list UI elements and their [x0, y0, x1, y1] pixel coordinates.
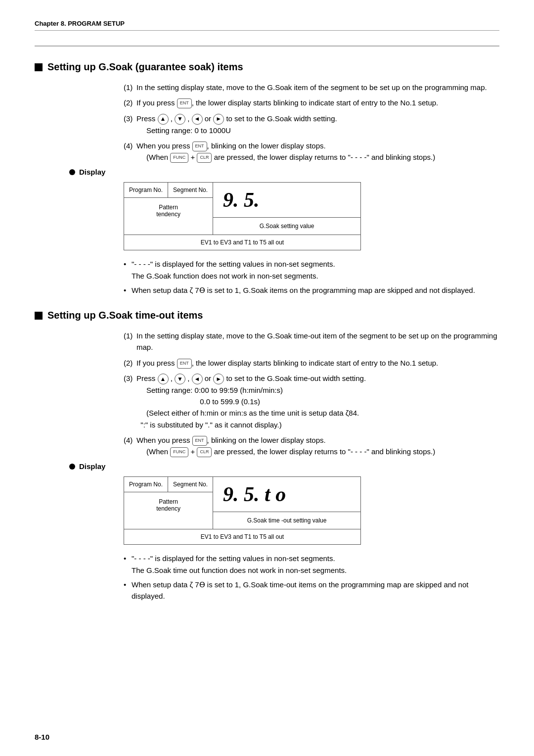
display-label-2: Display — [69, 462, 499, 471]
arrow-right-1: ► — [213, 114, 224, 125]
pattern-tendency-2: Patterntendency — [124, 492, 213, 518]
func-key-1: FUNC — [170, 153, 188, 163]
display-number-1: 9. 5. — [213, 183, 360, 217]
section-1-content: (1) In the setting display state, move t… — [124, 82, 499, 163]
prog-no-1: Program No. — [124, 183, 168, 197]
display-label-text-1: Display — [79, 168, 105, 176]
ent-key-4: ENT — [192, 436, 207, 446]
item-1-4: (4) When you press ENT, blinking on the … — [124, 140, 499, 163]
arrow-left-1: ◄ — [192, 114, 203, 125]
top-rule — [35, 46, 499, 47]
bullet-2-2: When setup data ζ 7ϴ is set to 1, G.Soak… — [124, 579, 499, 602]
item-2-4-sub: (When FUNC + CLR are pressed, the lower … — [146, 447, 435, 456]
display-label-text-2: Display — [79, 462, 105, 471]
display-box-2-bottom: EV1 to EV3 and T1 to T5 all out — [124, 529, 360, 544]
item-1-4-text: When you press ENT, blinking on the lowe… — [136, 140, 499, 163]
seg-no-2: Segment No. — [168, 477, 213, 492]
bullet-2-2-text: When setup data ζ 7ϴ is set to 1, G.Soak… — [132, 580, 468, 600]
bullet-1-1-text: "- - - -" is displayed for the setting v… — [132, 260, 335, 280]
page-container: Chapter 8. PROGRAM SETUP Setting up G.So… — [0, 0, 534, 756]
item-1-4-num: (4) — [124, 140, 134, 163]
item-2-4-num: (4) — [124, 434, 134, 458]
item-2-3-sub2: 0.0 to 599.9 (0.1s) — [146, 397, 260, 406]
item-1-1-text: In the setting display state, move to th… — [136, 82, 499, 93]
dot-1 — [69, 169, 75, 175]
display-box-1-left: Program No. Segment No. Patterntendency — [124, 183, 213, 235]
dot-2 — [69, 464, 75, 470]
prog-no-2: Program No. — [124, 477, 168, 492]
black-square-1 — [35, 63, 43, 71]
item-1-3-text: Press ▲ , ▼ , ◄ or ► to set to the G.Soa… — [136, 113, 499, 136]
arrow-up-1: ▲ — [158, 114, 169, 125]
section-title-1: Setting up G.Soak (guarantee soak) items — [35, 61, 499, 73]
item-1-1: (1) In the setting display state, move t… — [124, 82, 499, 93]
item-1-2-num: (2) — [124, 97, 134, 108]
display-box-2-right: 9. 5. t o G.Soak time -out setting value — [213, 477, 360, 529]
item-2-1-num: (1) — [124, 330, 134, 353]
display-box-2-top: Program No. Segment No. Patterntendency … — [124, 477, 360, 529]
item-2-1: (1) In the setting display state, move t… — [124, 330, 499, 353]
section-2-content: (1) In the setting display state, move t… — [124, 330, 499, 457]
item-2-2-num: (2) — [124, 357, 134, 369]
bullet-1-1-sub: The G.Soak function does not work in non… — [132, 272, 318, 280]
item-2-3-text: Press ▲ , ▼ , ◄ or ► to set to the G.Soa… — [136, 373, 499, 430]
section-gsoak-guarantee: Setting up G.Soak (guarantee soak) items… — [35, 61, 499, 296]
display-box-2-left-top: Program No. Segment No. — [124, 477, 213, 492]
section-gsoak-timeout: Setting up G.Soak time-out items (1) In … — [35, 310, 499, 602]
display-box-2-left: Program No. Segment No. Patterntendency — [124, 477, 213, 529]
item-1-3-sub: Setting range: 0 to 1000U — [146, 126, 231, 135]
display-value-label-1: G.Soak setting value — [213, 217, 360, 235]
section-title-text-1: Setting up G.Soak (guarantee soak) items — [47, 61, 243, 73]
item-1-1-num: (1) — [124, 82, 134, 93]
display-box-1-left-top: Program No. Segment No. — [124, 183, 213, 198]
black-square-2 — [35, 312, 43, 320]
func-key-2: FUNC — [170, 447, 188, 457]
item-2-4: (4) When you press ENT, blinking on the … — [124, 434, 499, 458]
bullet-1-2: When setup data ζ 7ϴ is set to 1, G.Soak… — [124, 284, 499, 296]
bullet-2-1-sub: The G.Soak time out function does not wo… — [132, 566, 347, 574]
arrow-down-1: ▼ — [175, 114, 185, 125]
item-1-3-num: (3) — [124, 113, 134, 136]
arrow-right-2: ► — [213, 374, 224, 384]
item-1-2: (2) If you press ENT, the lower display … — [124, 97, 499, 108]
clr-key-2: CLR — [197, 447, 212, 457]
chapter-header: Chapter 8. PROGRAM SETUP — [35, 20, 499, 31]
bullet-2-1-text: "- - - -" is displayed for the setting v… — [132, 554, 347, 574]
page-number: 8-10 — [35, 733, 49, 741]
display-box-1-right: 9. 5. G.Soak setting value — [213, 183, 360, 235]
item-2-3: (3) Press ▲ , ▼ , ◄ or ► to set to the G… — [124, 373, 499, 430]
item-2-3-extra: (Select either of h:min or min:s as the … — [136, 409, 359, 428]
item-2-2-text: If you press ENT, the lower display star… — [136, 357, 499, 369]
arrow-left-2: ◄ — [192, 374, 203, 384]
pattern-tendency-1: Patterntendency — [124, 198, 213, 224]
bullet-2-1: "- - - -" is displayed for the setting v… — [124, 553, 499, 576]
section-title-2: Setting up G.Soak time-out items — [35, 310, 499, 321]
display-label-1: Display — [69, 168, 499, 176]
display-box-1: Program No. Segment No. Patterntendency … — [124, 182, 361, 250]
item-2-3-sub1: Setting range: 0:00 to 99:59 (h:min/min:… — [146, 386, 283, 394]
item-1-3: (3) Press ▲ , ▼ , ◄ or ► to set to the G… — [124, 113, 499, 136]
bullet-1-1: "- - - -" is displayed for the setting v… — [124, 258, 499, 282]
item-2-3-num: (3) — [124, 373, 134, 430]
arrow-up-2: ▲ — [158, 374, 169, 384]
item-1-2-text: If you press ENT, the lower display star… — [136, 97, 499, 108]
section-title-text-2: Setting up G.Soak time-out items — [47, 310, 203, 321]
ent-key-2: ENT — [192, 142, 207, 151]
display-value-label-2: G.Soak time -out setting value — [213, 512, 360, 529]
ent-key-3: ENT — [177, 359, 192, 369]
bullet-1-2-text: When setup data ζ 7ϴ is set to 1, G.Soak… — [132, 286, 475, 294]
item-1-4-sub: (When FUNC + CLR are pressed, the lower … — [146, 153, 435, 161]
item-2-2: (2) If you press ENT, the lower display … — [124, 357, 499, 369]
item-2-4-text: When you press ENT, blinking on the lowe… — [136, 434, 499, 458]
display-number-2: 9. 5. t o — [213, 477, 360, 512]
seg-no-1: Segment No. — [168, 183, 213, 197]
ent-key-1: ENT — [177, 98, 192, 108]
display-box-2: Program No. Segment No. Patterntendency … — [124, 476, 361, 545]
display-box-1-bottom: EV1 to EV3 and T1 to T5 all out — [124, 235, 360, 250]
display-box-1-top: Program No. Segment No. Patterntendency … — [124, 183, 360, 235]
arrow-down-2: ▼ — [175, 374, 185, 384]
clr-key-1: CLR — [197, 153, 212, 163]
item-2-1-text: In the setting display state, move to th… — [136, 330, 499, 353]
